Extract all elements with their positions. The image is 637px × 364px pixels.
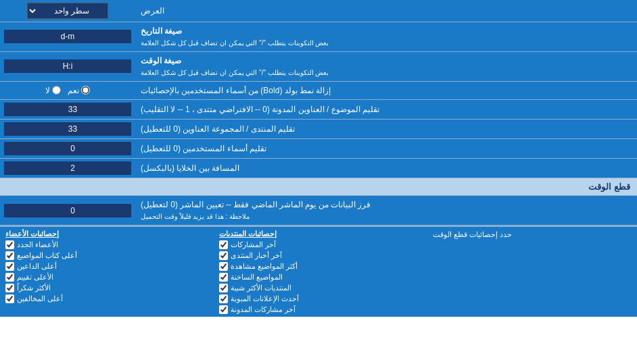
cutoff-input[interactable] xyxy=(4,204,131,217)
time-format-input[interactable] xyxy=(4,59,131,73)
label-cutoff: فرز البيانات من يوم الماشر الماضي فقط --… xyxy=(135,196,637,225)
cb-new-members[interactable] xyxy=(5,240,14,249)
cb-last-posts[interactable] xyxy=(219,240,228,249)
bold-no-label: لا xyxy=(45,86,61,95)
label-forum-trim: تقليم المنتدى / المجموعة العناوين (0 للت… xyxy=(135,120,637,138)
check-item-similar-forums: المنتديات الأكثر شبية xyxy=(219,284,422,292)
display-dropdown-cell: سطر واحد xyxy=(0,0,135,22)
cb-blog-posts[interactable] xyxy=(219,305,228,314)
cb-top-inviters[interactable] xyxy=(5,262,14,271)
check-item-last-posts: آخر المشاركات xyxy=(219,240,422,249)
cutoff-section-header: قطع الوقت xyxy=(0,178,637,196)
check-item-last-news: آخر أخبار المنتدى xyxy=(219,251,422,260)
cb-hot-topics[interactable] xyxy=(219,273,228,282)
bold-yes-label: نعم xyxy=(68,86,90,95)
cb-top-warned[interactable] xyxy=(5,294,14,303)
check-item-hot-topics: المواضيع الساخنة xyxy=(219,273,422,282)
forum-trim-input[interactable] xyxy=(4,122,131,136)
cb-last-news[interactable] xyxy=(219,251,228,260)
label-display: العرض xyxy=(135,0,637,22)
check-item-blog-posts: آخر مشاركات المدونة xyxy=(219,305,422,314)
cb-similar-forums[interactable] xyxy=(219,284,228,292)
check-item-top-warned: أعلى المخالفين xyxy=(5,294,208,303)
cb-most-thanked[interactable] xyxy=(5,284,14,292)
label-bold: إزالة نمط بولد (Bold) من أسماء المستخدمي… xyxy=(135,82,637,100)
member-stats-title: إحصائيات الأعضاء xyxy=(5,230,208,238)
bold-yes-radio[interactable] xyxy=(81,86,90,95)
check-item-top-posters: أعلى كتاب المواضيع xyxy=(5,251,208,260)
cutoff-stats-label: حدد إحصائيات قطع الوقت xyxy=(427,227,637,317)
label-time-format: صيغة الوقت بعض التكوينات يتطلب "/" التي … xyxy=(135,52,637,81)
date-format-cell xyxy=(0,22,135,51)
user-trim-input[interactable] xyxy=(4,142,131,155)
member-stats-col: إحصائيات الأعضاء الأعضاء الجدد أعلى كتاب… xyxy=(0,227,214,317)
display-select[interactable]: سطر واحد xyxy=(27,3,108,19)
topic-trim-cell xyxy=(0,100,135,119)
cb-latest-ads[interactable] xyxy=(219,294,228,303)
check-item-top-rated: الأعلى تقييم xyxy=(5,273,208,282)
check-item-top-inviters: أعلى الداعين xyxy=(5,262,208,271)
time-format-cell xyxy=(0,52,135,81)
label-user-trim: تقليم أسماء المستخدمين (0 للتعطيل) xyxy=(135,139,637,158)
check-item-latest-ads: أحدث الإعلانات المبوبة xyxy=(219,294,422,303)
cb-top-rated[interactable] xyxy=(5,273,14,282)
cutoff-input-cell xyxy=(0,196,135,225)
forum-stats-title: إحصائيات المنتديات xyxy=(219,230,422,238)
bold-radio-cell: نعم لا xyxy=(0,82,135,100)
forum-stats-col: إحصائيات المنتديات آخر المشاركات آخر أخب… xyxy=(214,227,427,317)
check-item-new-members: الأعضاء الجدد xyxy=(5,240,208,249)
check-item-most-thanked: الأكثر شكراً xyxy=(5,284,208,292)
check-item-most-viewed: أكثر المواضيع مشاهدة xyxy=(219,262,422,271)
label-topic-trim: تقليم الموضوع / العناوين المدونة (0 -- ا… xyxy=(135,100,637,119)
label-spacing: المسافة بين الخلايا (بالبكسل) xyxy=(135,159,637,178)
date-format-input[interactable] xyxy=(4,30,131,43)
cb-top-posters[interactable] xyxy=(5,251,14,260)
checkboxes-section: حدد إحصائيات قطع الوقت إحصائيات المنتديا… xyxy=(0,226,637,317)
forum-trim-cell xyxy=(0,120,135,138)
spacing-input[interactable] xyxy=(4,161,131,175)
user-trim-cell xyxy=(0,139,135,158)
spacing-cell xyxy=(0,159,135,178)
bold-no-radio[interactable] xyxy=(52,86,61,95)
label-date-format: صيغة التاريخ بعض التكوينات يتطلب "/" الت… xyxy=(135,22,637,51)
topic-trim-input[interactable] xyxy=(4,103,131,116)
cb-most-viewed[interactable] xyxy=(219,262,228,271)
